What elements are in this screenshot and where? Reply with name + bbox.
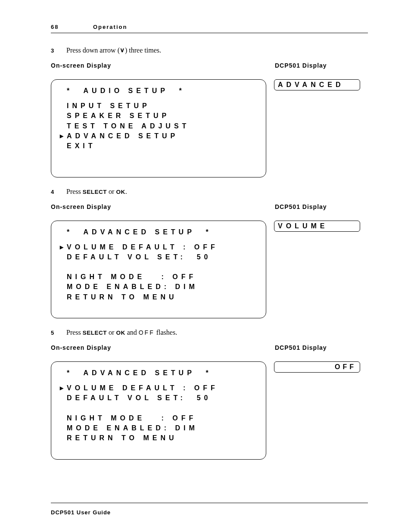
dcp-label: DCP501 Display [275,203,327,210]
osd-line [56,302,258,312]
step-4: 4 Press SELECT or OK. [51,188,368,196]
arrow-spacer [56,272,67,282]
step-number: 3 [51,47,66,54]
osd-line-text: EXIT [67,141,96,151]
arrow-spacer [56,101,67,111]
osd-line-text: MODE ENABLED: DIM [67,423,198,433]
osd-panel: * ADVANCED SETUP *▸VOLUME DEFAULT : OFFD… [51,361,266,460]
footer-text: DCP501 User Guide [51,509,111,516]
step-text: Press SELECT or OK and OFF flashes. [66,329,177,336]
osd-line: SPEAKER SETUP [56,111,258,121]
down-arrow-icon: ∨ [120,47,125,54]
osd-line [56,161,258,171]
osd-line: DEFAULT VOL SET: 50 [56,252,258,262]
arrow-spacer [56,161,67,171]
step-number: 4 [51,189,66,195]
osd-line-text: RETURN TO MENU [67,292,177,302]
text-fragment: ) three times. [125,47,161,54]
osd-label: On-screen Display [51,203,275,210]
text-bold: SELECT [83,330,107,336]
osd-line [56,151,258,161]
cursor-arrow-icon: ▸ [56,131,67,141]
text-fragment: . [125,188,127,195]
step-3: 3 Press down arrow (∨) three times. [51,46,368,54]
osd-line-text: TEST TONE ADJUST [67,121,190,131]
display-labels: On-screen Display DCP501 Display [51,62,368,69]
osd-title: * AUDIO SETUP * [67,86,258,96]
osd-line-text: SPEAKER SETUP [67,111,170,121]
text-fragment: Press [66,329,83,336]
osd-line: DEFAULT VOL SET: 50 [56,393,258,403]
arrow-spacer [56,443,67,453]
display-row: * AUDIO SETUP *INPUT SETUPSPEAKER SETUPT… [51,79,368,177]
step-5: 5 Press SELECT or OK and OFF flashes. [51,329,368,336]
text-mono: OFF [139,329,155,336]
osd-line-text: DEFAULT VOL SET: 50 [67,252,211,262]
arrow-spacer [56,403,67,413]
arrow-spacer [56,393,67,403]
osd-line [56,443,258,453]
step-text: Press SELECT or OK. [66,188,127,196]
osd-line-text [67,262,72,272]
osd-line-text: DEFAULT VOL SET: 50 [67,393,211,403]
osd-line: ▸ADVANCED SETUP [56,131,258,141]
osd-line-text: NIGHT MODE : OFF [67,413,196,423]
osd-line-text [67,161,72,171]
osd-line: MODE ENABLED: DIM [56,282,258,292]
arrow-spacer [56,121,67,131]
text-bold: OK [116,330,125,336]
osd-line: ▸VOLUME DEFAULT : OFF [56,383,258,393]
arrow-spacer [56,433,67,443]
osd-label: On-screen Display [51,62,275,69]
osd-label: On-screen Display [51,344,275,351]
osd-title: * ADVANCED SETUP * [67,368,258,378]
osd-line: ▸VOLUME DEFAULT : OFF [56,242,258,252]
cursor-arrow-icon: ▸ [56,383,67,393]
arrow-spacer [56,151,67,161]
text-fragment: or [107,188,116,195]
display-labels: On-screen Display DCP501 Display [51,344,368,351]
osd-line-text [67,443,72,453]
text-fragment: flashes. [155,329,177,336]
dcp-label: DCP501 Display [275,344,327,351]
text-bold: SELECT [83,189,107,195]
osd-line-text [67,403,72,413]
arrow-spacer [56,423,67,433]
display-labels: On-screen Display DCP501 Display [51,203,368,210]
osd-line: TEST TONE ADJUST [56,121,258,131]
arrow-spacer [56,111,67,121]
osd-line-text [67,302,72,312]
osd-panel: * ADVANCED SETUP *▸VOLUME DEFAULT : OFFD… [51,221,266,319]
display-row: * ADVANCED SETUP *▸VOLUME DEFAULT : OFFD… [51,221,368,319]
osd-line [56,262,258,272]
page-footer: DCP501 User Guide [51,503,368,516]
arrow-spacer [56,141,67,151]
step-text: Press down arrow (∨) three times. [66,46,161,54]
osd-line: RETURN TO MENU [56,433,258,443]
osd-line-text [67,151,72,161]
osd-line: EXIT [56,141,258,151]
arrow-spacer [56,413,67,423]
osd-line: INPUT SETUP [56,101,258,111]
dcp-label: DCP501 Display [275,62,327,69]
osd-title: * ADVANCED SETUP * [67,227,258,237]
osd-line-text: MODE ENABLED: DIM [67,282,198,292]
osd-line: RETURN TO MENU [56,292,258,302]
dcp-panel: VOLUME [274,221,360,232]
page: 68 Operation 3 Press down arrow (∨) thre… [0,0,411,532]
display-row: * ADVANCED SETUP *▸VOLUME DEFAULT : OFFD… [51,361,368,460]
text-bold: OK [116,189,125,195]
osd-line-text: RETURN TO MENU [67,433,177,443]
arrow-spacer [56,302,67,312]
osd-line-text: INPUT SETUP [67,101,150,111]
osd-line-text: ADVANCED SETUP [67,131,178,141]
cursor-arrow-icon: ▸ [56,242,67,252]
text-fragment: or [107,329,116,336]
text-fragment: Press [66,188,83,195]
section-title: Operation [93,24,127,30]
arrow-spacer [56,262,67,272]
osd-line [56,403,258,413]
arrow-spacer [56,252,67,262]
osd-line: NIGHT MODE : OFF [56,272,258,282]
osd-line-text: NIGHT MODE : OFF [67,272,196,282]
